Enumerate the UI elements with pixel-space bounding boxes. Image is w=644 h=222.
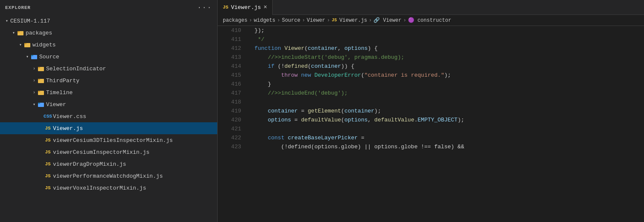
breadcrumb-sep: › <box>403 17 406 23</box>
breadcrumb-widgets[interactable]: widgets <box>254 17 275 23</box>
sidebar-tree: CESIUM-1.117 packages widgets Source <box>0 15 217 222</box>
sidebar-item-label: viewerPerformanceWatchdogMixin.js <box>53 173 217 179</box>
sidebar-item-label: viewerVoxelInspectorMixin.js <box>53 185 217 191</box>
js-icon: JS <box>223 5 228 10</box>
line-content[interactable]: (!defined(options.globe) || options.glob… <box>241 142 644 151</box>
sidebar-item-selectionindicator[interactable]: SelectionIndicator <box>0 63 217 75</box>
sidebar-item-label: Viewer.css <box>53 113 217 120</box>
chevron-icon <box>10 29 17 36</box>
sidebar-item-cesium3d[interactable]: JS viewerCesium3DTilesInspectorMixin.js <box>0 134 217 146</box>
svg-rect-3 <box>24 43 26 44</box>
line-content[interactable]: function Viewer(container, options) { <box>241 44 644 53</box>
sidebar-item-widgets[interactable]: widgets <box>0 39 217 51</box>
line-content[interactable]: container = getElement(container); <box>241 107 644 115</box>
code-line: 415 throw new DeveloperError("container … <box>218 71 644 80</box>
tab-label: Viewer.js <box>231 4 261 11</box>
close-tab-button[interactable]: × <box>263 4 267 10</box>
js-file-icon: JS <box>44 149 51 156</box>
sidebar: EXPLORER ··· CESIUM-1.117 packages widge… <box>0 0 218 222</box>
sidebar-item-viewer-css[interactable]: CSS Viewer.css <box>0 110 217 122</box>
editor: JS Viewer.js × packages › widgets › Sour… <box>218 0 644 222</box>
sidebar-item-label: viewerCesiumInspectorMixin.js <box>53 149 217 156</box>
sidebar-item-source[interactable]: Source <box>0 51 217 63</box>
line-content[interactable]: throw new DeveloperError("container is r… <box>241 71 644 80</box>
line-number: 416 <box>218 80 241 89</box>
sidebar-item-packages[interactable]: packages <box>0 27 217 39</box>
line-content[interactable] <box>241 98 644 107</box>
line-content[interactable]: } <box>241 80 644 89</box>
chevron-icon <box>17 41 24 48</box>
sidebar-item-label: Timeline <box>46 89 217 96</box>
breadcrumb-viewer-class[interactable]: 🔗 Viewer <box>373 17 401 23</box>
sidebar-root[interactable]: CESIUM-1.117 <box>0 15 217 27</box>
sidebar-item-viewer-js[interactable]: JS Viewer.js <box>0 122 217 134</box>
code-line: 423 (!defined(options.globe) || options.… <box>218 142 644 151</box>
tab-bar: JS Viewer.js × <box>218 0 644 15</box>
sidebar-item-label: packages <box>26 30 217 36</box>
line-number: 418 <box>218 98 241 107</box>
line-content[interactable]: const createBaseLayerPicker = <box>241 133 644 142</box>
code-line: 417 //>>includeEnd('debug'); <box>218 89 644 98</box>
code-line: 421 <box>218 124 644 133</box>
sidebar-item-thirdparty[interactable]: ThirdParty <box>0 75 217 86</box>
sidebar-item-label: Source <box>39 54 217 60</box>
js-file-icon: JS <box>44 161 51 167</box>
line-content[interactable]: }); <box>241 26 644 35</box>
line-content[interactable]: if (!defined(container)) { <box>241 62 644 71</box>
folder-icon <box>38 77 44 84</box>
line-number: 419 <box>218 107 241 115</box>
line-content[interactable] <box>241 124 644 133</box>
breadcrumb-constructor[interactable]: 🟣 constructor <box>408 17 451 23</box>
breadcrumb-sep: › <box>327 17 330 23</box>
code-line: 422 const createBaseLayerPicker = <box>218 133 644 142</box>
sidebar-item-label: ThirdParty <box>46 78 217 84</box>
more-options-button[interactable]: ··· <box>197 4 212 12</box>
chevron-icon <box>31 89 38 96</box>
svg-rect-9 <box>38 79 40 80</box>
breadcrumb-sep: › <box>277 17 280 23</box>
breadcrumb-packages[interactable]: packages <box>223 17 248 23</box>
js-file-icon: JS <box>44 173 51 179</box>
line-number: 423 <box>218 142 241 151</box>
line-content[interactable]: options = defaultValue(options, defaultV… <box>241 115 644 124</box>
css-file-icon: CSS <box>44 113 51 120</box>
line-number: 417 <box>218 89 241 98</box>
breadcrumb-js-icon: JS <box>332 18 337 23</box>
line-number: 412 <box>218 44 241 53</box>
chevron-icon <box>24 53 31 60</box>
svg-rect-7 <box>38 67 40 68</box>
sidebar-item-performance[interactable]: JS viewerPerformanceWatchdogMixin.js <box>0 170 217 182</box>
breadcrumb-sep: › <box>302 17 305 23</box>
chevron-icon <box>3 17 10 24</box>
editor-tab[interactable]: JS Viewer.js × <box>218 0 273 15</box>
folder-icon <box>31 53 38 60</box>
sidebar-item-viewer-folder[interactable]: Viewer <box>0 98 217 110</box>
js-file-icon: JS <box>44 125 51 132</box>
code-line: 410 }); <box>218 26 644 35</box>
line-number: 410 <box>218 26 241 35</box>
line-content[interactable]: */ <box>241 35 644 44</box>
sidebar-item-dragdrop[interactable]: JS viewerDragDropMixin.js <box>0 158 217 170</box>
breadcrumb-sep: › <box>249 17 252 23</box>
code-area[interactable]: 410 }); 411 */ 412 function Viewer(conta… <box>218 26 644 222</box>
line-number: 413 <box>218 53 241 62</box>
code-line: 411 */ <box>218 35 644 44</box>
breadcrumb-viewer-folder[interactable]: Viewer <box>307 17 325 23</box>
sidebar-item-label: Viewer.js <box>53 125 217 132</box>
code-line: 416 } <box>218 80 644 89</box>
line-number: 421 <box>218 124 241 133</box>
folder-icon <box>38 65 44 72</box>
line-content[interactable]: //>>includeEnd('debug'); <box>241 89 644 98</box>
breadcrumb-viewer-js[interactable]: Viewer.js <box>339 17 367 23</box>
sidebar-item-label: viewerDragDropMixin.js <box>53 161 217 167</box>
sidebar-item-voxel[interactable]: JS viewerVoxelInspectorMixin.js <box>0 182 217 194</box>
breadcrumb-source[interactable]: Source <box>282 17 300 23</box>
line-number: 414 <box>218 62 241 71</box>
sidebar-item-label: viewerCesium3DTilesInspectorMixin.js <box>53 137 217 144</box>
breadcrumb-bar: packages › widgets › Source › Viewer › J… <box>218 15 644 26</box>
sidebar-item-timeline[interactable]: Timeline <box>0 86 217 98</box>
sidebar-title: EXPLORER <box>5 5 31 10</box>
line-content[interactable]: //>>includeStart('debug', pragmas.debug)… <box>241 53 644 62</box>
root-label: CESIUM-1.117 <box>10 18 217 24</box>
sidebar-item-cesiuminspector[interactable]: JS viewerCesiumInspectorMixin.js <box>0 146 217 158</box>
